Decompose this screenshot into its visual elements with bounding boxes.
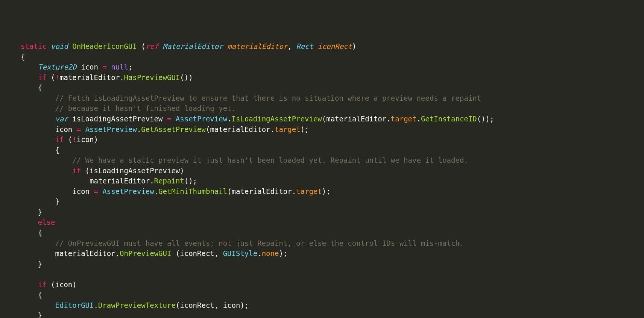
code-line: icon = AssetPreview.GetMiniThumbnail(mat… [21, 187, 331, 195]
code-line: materialEditor.OnPreviewGUI (iconRect, G… [21, 249, 287, 257]
code-line: } [21, 260, 42, 268]
code-line: if (icon) [21, 280, 77, 289]
code-line: icon = AssetPreview.GetAssetPreview(mate… [21, 125, 309, 133]
code-line: static void OnHeaderIconGUI (ref Materia… [21, 42, 356, 50]
code-line: if (!materialEditor.HasPreviewGUI()) [21, 73, 193, 82]
code-line: } [21, 197, 59, 206]
code-line: { [21, 53, 25, 61]
code-line: // We have a static preview it just hasn… [21, 156, 468, 164]
code-line: materialEditor.Repaint(); [21, 177, 197, 185]
code-line: Texture2D icon = null; [21, 63, 132, 71]
code-line: EditorGUI.DrawPreviewTexture(iconRect, i… [21, 301, 249, 309]
code-line: var isLoadingAssetPreview = AssetPreview… [21, 115, 494, 123]
code-line: else [21, 218, 55, 226]
code-line: } [21, 311, 42, 318]
code-line: { [21, 146, 59, 154]
code-editor[interactable]: static void OnHeaderIconGUI (ref Materia… [0, 41, 644, 318]
code-line: } [21, 208, 42, 216]
code-line: { [21, 229, 42, 237]
code-line: // because it hasn't finished loading ye… [21, 104, 236, 112]
code-line: // Fetch isLoadingAssetPreview to ensure… [21, 94, 481, 102]
code-line: if (isLoadingAssetPreview) [21, 167, 184, 175]
code-line: { [21, 291, 42, 299]
code-line: // OnPreviewGUI must have all events; no… [21, 239, 464, 247]
code-line: { [21, 83, 42, 92]
code-line: if (!icon) [21, 135, 98, 144]
